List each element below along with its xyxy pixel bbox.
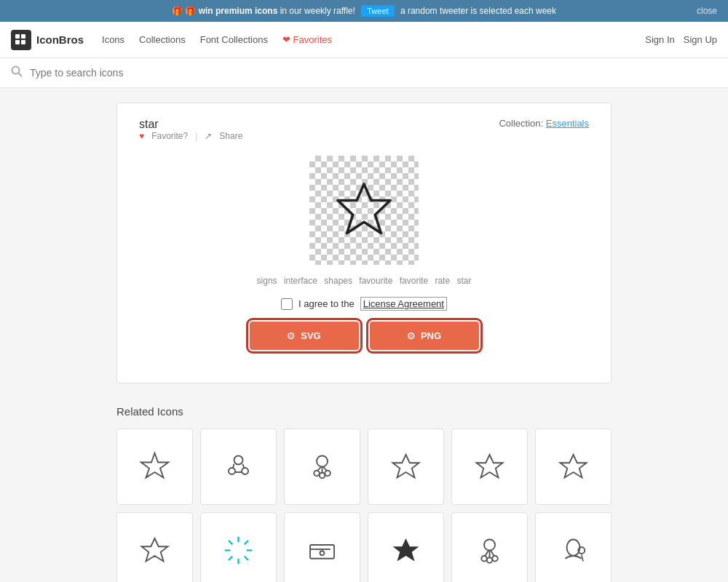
icon-tags: signs interface shapes favourite favorit…: [139, 276, 589, 286]
download-png-icon: ⊙: [407, 330, 415, 341]
tag-interface: interface: [284, 276, 317, 286]
search-bar: [0, 58, 728, 88]
svg-line-13: [243, 464, 245, 468]
related-icons-grid: [116, 428, 612, 582]
tag-star: star: [456, 276, 471, 286]
svg-point-39: [484, 540, 495, 551]
search-icon: [11, 65, 23, 80]
tag-shapes: shapes: [324, 276, 352, 286]
svg-rect-3: [21, 40, 25, 44]
related-icon-5[interactable]: [451, 428, 528, 505]
nav-favorites-link[interactable]: ❤ Favorites: [282, 34, 332, 45]
tag-rate: rate: [435, 276, 450, 286]
svg-line-30: [229, 541, 232, 544]
logo-icon: [11, 30, 31, 50]
logo-link[interactable]: IconBros: [11, 30, 84, 50]
related-icon-3[interactable]: [284, 428, 360, 505]
svg-point-18: [325, 471, 331, 477]
related-heading: Related Icons: [116, 405, 612, 418]
related-icon-4[interactable]: [368, 428, 444, 505]
collection-link: Collection: Essentials: [499, 118, 589, 129]
svg-line-31: [245, 557, 248, 560]
related-icon-7[interactable]: [116, 512, 193, 582]
navbar: IconBros Icons Collections Font Collecti…: [0, 22, 728, 58]
main-content: star ♥ Favorite? | ↗ Share Collection: E…: [0, 88, 728, 582]
related-icon-6[interactable]: [535, 428, 612, 505]
separator: |: [195, 131, 197, 141]
banner-text: 🎁 🎁 win premium icons in our weekly raff…: [172, 6, 556, 16]
svg-point-41: [487, 557, 493, 563]
license-row: I agree to the License Agreement: [139, 297, 589, 311]
download-png-label: PNG: [421, 330, 441, 341]
license-text: I agree to the: [298, 298, 355, 309]
banner-close-button[interactable]: close: [697, 6, 717, 16]
svg-line-32: [245, 541, 248, 544]
download-png-button[interactable]: ⊙ PNG: [370, 322, 479, 350]
svg-point-16: [314, 471, 320, 477]
nav-links: Icons Collections Font Collections ❤ Fav…: [102, 34, 645, 45]
favorite-label[interactable]: Favorite?: [151, 131, 188, 141]
icon-preview-area: [139, 156, 589, 265]
heart-icon: ♥: [139, 131, 144, 141]
svg-line-5: [19, 73, 23, 77]
checkerboard-background: [309, 156, 419, 265]
download-buttons: ⊙ SVG ⊙ PNG: [139, 322, 589, 350]
svg-point-4: [12, 67, 20, 74]
share-label[interactable]: Share: [219, 131, 242, 141]
related-icon-8[interactable]: [200, 512, 277, 582]
svg-rect-1: [21, 34, 25, 39]
svg-marker-22: [393, 455, 419, 478]
svg-marker-24: [561, 455, 587, 478]
license-agreement-link[interactable]: License Agreement: [360, 297, 447, 311]
tag-signs: signs: [257, 276, 277, 286]
svg-marker-25: [142, 538, 168, 562]
svg-line-21: [323, 467, 327, 471]
related-icon-12[interactable]: [535, 512, 612, 582]
svg-marker-7: [141, 453, 169, 478]
svg-point-40: [481, 556, 487, 562]
auth-links: Sign In Sign Up: [645, 34, 717, 45]
svg-point-15: [317, 456, 328, 467]
download-svg-button[interactable]: ⊙ SVG: [250, 322, 359, 350]
related-icon-11[interactable]: [451, 512, 528, 582]
tag-favorite: favorite: [400, 276, 428, 286]
svg-line-12: [233, 464, 234, 468]
icon-detail-card: star ♥ Favorite? | ↗ Share Collection: E…: [116, 103, 612, 383]
svg-rect-2: [15, 40, 20, 44]
svg-line-45: [491, 551, 494, 557]
download-svg-label: SVG: [301, 330, 320, 341]
svg-point-42: [492, 556, 498, 562]
tag-favourite: favourite: [359, 276, 392, 286]
sign-up-link[interactable]: Sign Up: [684, 34, 717, 45]
svg-point-9: [234, 456, 243, 465]
svg-line-43: [486, 551, 489, 557]
svg-point-46: [567, 540, 580, 557]
svg-point-11: [242, 468, 248, 474]
svg-rect-34: [310, 545, 334, 559]
icon-name: star: [139, 118, 242, 131]
related-section: Related Icons: [116, 405, 612, 582]
license-checkbox[interactable]: [281, 298, 293, 310]
nav-font-collections-link[interactable]: Font Collections: [200, 34, 268, 45]
svg-marker-23: [477, 455, 503, 478]
nav-collections-link[interactable]: Collections: [139, 34, 186, 45]
svg-line-33: [229, 557, 232, 560]
logo-text: IconBros: [36, 33, 84, 46]
svg-rect-0: [15, 34, 20, 39]
star-preview-icon: [331, 178, 397, 243]
sign-in-link[interactable]: Sign In: [645, 34, 674, 45]
svg-point-36: [320, 551, 325, 555]
search-input[interactable]: [30, 67, 248, 79]
nav-icons-link[interactable]: Icons: [102, 34, 124, 45]
svg-marker-6: [338, 184, 390, 234]
related-icon-10[interactable]: [368, 512, 444, 582]
collection-name-link[interactable]: Essentials: [546, 118, 589, 129]
icon-actions: ♥ Favorite? | ↗ Share: [139, 131, 242, 141]
share-icon: ↗: [205, 131, 212, 141]
related-icon-9[interactable]: [284, 512, 360, 582]
tweet-button[interactable]: Tweet: [361, 5, 394, 17]
related-icon-2[interactable]: [200, 428, 277, 505]
svg-point-17: [320, 473, 325, 479]
related-icon-1[interactable]: [116, 428, 193, 505]
svg-line-19: [318, 467, 322, 471]
